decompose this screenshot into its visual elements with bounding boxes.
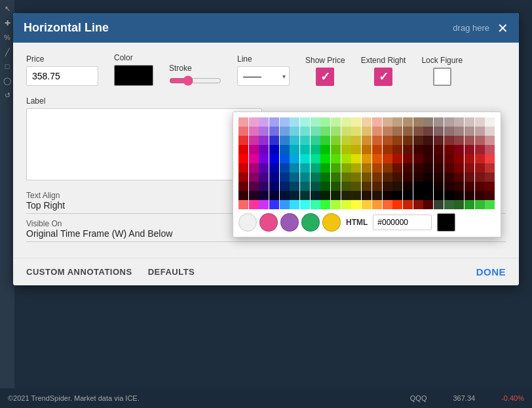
color-cell[interactable] — [259, 173, 269, 182]
color-cell[interactable] — [320, 191, 330, 200]
color-cell[interactable] — [434, 173, 444, 182]
color-cell[interactable] — [454, 154, 464, 163]
color-cell[interactable] — [434, 145, 444, 154]
color-cell[interactable] — [249, 163, 259, 173]
color-cell[interactable] — [351, 127, 361, 136]
color-cell[interactable] — [351, 182, 361, 191]
color-cell[interactable] — [331, 145, 341, 154]
color-cell[interactable] — [238, 145, 248, 154]
color-cell[interactable] — [320, 173, 330, 182]
quick-color-pink[interactable] — [259, 213, 278, 232]
lock-figure-checkbox[interactable] — [433, 68, 451, 86]
color-cell[interactable] — [290, 127, 299, 136]
color-cell[interactable] — [383, 117, 392, 127]
color-cell[interactable] — [372, 163, 382, 173]
color-cell[interactable] — [320, 154, 330, 163]
color-cell[interactable] — [269, 182, 279, 191]
color-cell[interactable] — [403, 173, 413, 182]
color-cell[interactable] — [259, 154, 269, 163]
color-cell[interactable] — [341, 173, 351, 182]
color-cell[interactable] — [465, 182, 474, 191]
color-cell[interactable] — [331, 200, 341, 209]
color-cell[interactable] — [444, 117, 454, 127]
color-cell[interactable] — [300, 173, 310, 182]
color-cell[interactable] — [290, 154, 299, 163]
color-cell[interactable] — [331, 154, 341, 163]
color-cell[interactable] — [413, 127, 423, 136]
color-cell[interactable] — [423, 127, 433, 136]
color-cell[interactable] — [280, 127, 290, 136]
color-cell[interactable] — [372, 127, 382, 136]
color-cell[interactable] — [362, 154, 371, 163]
color-cell[interactable] — [320, 117, 330, 127]
color-cell[interactable] — [259, 191, 269, 200]
color-cell[interactable] — [280, 191, 290, 200]
color-cell[interactable] — [259, 182, 269, 191]
color-cell[interactable] — [413, 117, 423, 127]
color-cell[interactable] — [238, 200, 248, 209]
color-cell[interactable] — [403, 127, 413, 136]
color-cell[interactable] — [259, 127, 269, 136]
color-cell[interactable] — [434, 200, 444, 209]
color-cell[interactable] — [238, 117, 248, 127]
color-cell[interactable] — [465, 200, 474, 209]
color-cell[interactable] — [269, 136, 279, 145]
color-cell[interactable] — [269, 191, 279, 200]
color-cell[interactable] — [475, 154, 485, 163]
show-price-checkbox[interactable]: ✓ — [316, 68, 334, 86]
color-cell[interactable] — [485, 154, 495, 163]
color-cell[interactable] — [475, 127, 485, 136]
color-cell[interactable] — [300, 200, 310, 209]
color-cell[interactable] — [311, 173, 320, 182]
color-cell[interactable] — [238, 182, 248, 191]
color-cell[interactable] — [341, 154, 351, 163]
color-cell[interactable] — [383, 136, 392, 145]
color-cell[interactable] — [290, 173, 299, 182]
color-cell[interactable] — [351, 191, 361, 200]
color-cell[interactable] — [413, 145, 423, 154]
color-cell[interactable] — [320, 200, 330, 209]
color-cell[interactable] — [392, 117, 402, 127]
color-cell[interactable] — [485, 182, 495, 191]
color-cell[interactable] — [392, 145, 402, 154]
quick-color-yellow[interactable] — [322, 213, 341, 232]
color-cell[interactable] — [423, 182, 433, 191]
color-cell[interactable] — [413, 163, 423, 173]
color-cell[interactable] — [259, 117, 269, 127]
color-cell[interactable] — [465, 117, 474, 127]
color-cell[interactable] — [465, 127, 474, 136]
color-swatch[interactable] — [114, 65, 153, 86]
color-cell[interactable] — [290, 117, 299, 127]
color-cell[interactable] — [320, 145, 330, 154]
stroke-slider[interactable] — [169, 75, 221, 86]
color-cell[interactable] — [269, 173, 279, 182]
defaults-button[interactable]: DEFAULTS — [148, 267, 195, 277]
color-cell[interactable] — [454, 173, 464, 182]
color-cell[interactable] — [454, 182, 464, 191]
html-color-input[interactable] — [373, 214, 432, 230]
color-cell[interactable] — [311, 117, 320, 127]
color-cell[interactable] — [300, 163, 310, 173]
color-cell[interactable] — [465, 191, 474, 200]
color-cell[interactable] — [351, 136, 361, 145]
color-cell[interactable] — [434, 136, 444, 145]
color-cell[interactable] — [413, 154, 423, 163]
color-cell[interactable] — [249, 117, 259, 127]
color-cell[interactable] — [475, 145, 485, 154]
color-cell[interactable] — [300, 136, 310, 145]
color-cell[interactable] — [454, 127, 464, 136]
color-cell[interactable] — [311, 182, 320, 191]
color-cell[interactable] — [249, 136, 259, 145]
color-cell[interactable] — [259, 163, 269, 173]
color-cell[interactable] — [454, 191, 464, 200]
color-cell[interactable] — [475, 136, 485, 145]
black-color-swatch[interactable] — [437, 213, 455, 232]
color-cell[interactable] — [249, 191, 259, 200]
color-cell[interactable] — [362, 145, 371, 154]
color-cell[interactable] — [475, 191, 485, 200]
color-cell[interactable] — [475, 173, 485, 182]
color-cell[interactable] — [331, 117, 341, 127]
color-cell[interactable] — [413, 173, 423, 182]
color-cell[interactable] — [362, 136, 371, 145]
color-cell[interactable] — [351, 154, 361, 163]
